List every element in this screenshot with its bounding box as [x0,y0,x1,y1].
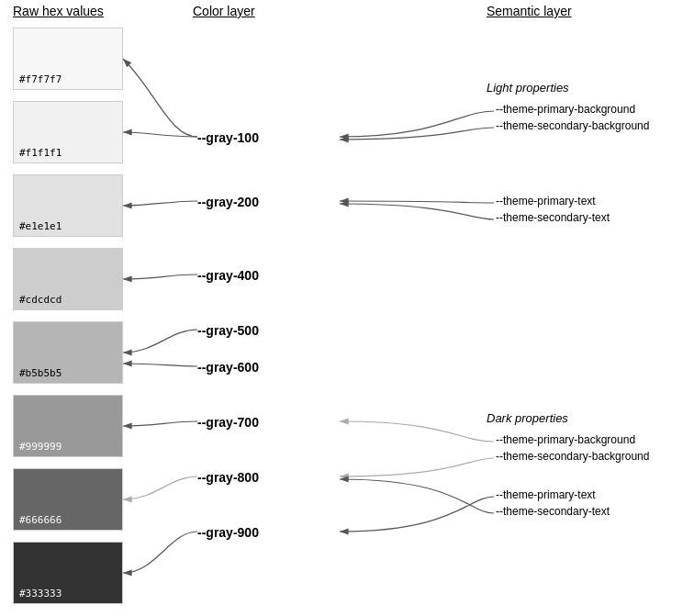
theme-primary-bg-light: --theme-primary-background [496,103,635,116]
theme-primary-text-light: --theme-primary-text [496,195,596,207]
swatch-333333: #333333 [13,542,123,604]
gray-100-label: --gray-100 [197,130,259,145]
swatch-999999: #999999 [13,395,123,457]
theme-primary-text-dark: --theme-primary-text [496,488,596,501]
gray-600-label: --gray-600 [197,360,259,375]
gray-700-label: --gray-700 [197,415,259,430]
theme-primary-bg-dark: --theme-primary-background [496,433,635,446]
theme-secondary-text-dark: --theme-secondary-text [496,505,610,518]
swatch-cdcdcd: #cdcdcd [13,248,123,310]
dark-properties-title: Dark properties [487,411,568,425]
swatch-f1f1f1: #f1f1f1 [13,101,123,163]
col-header-semantic: Semantic layer [487,4,572,18]
gray-900-label: --gray-900 [197,525,259,540]
col-header-color: Color layer [193,4,255,18]
col-header-raw: Raw hex values [13,4,104,18]
gray-800-label: --gray-800 [197,470,259,485]
theme-secondary-bg-light: --theme-secondary-background [496,119,649,132]
gray-500-label: --gray-500 [197,323,259,338]
theme-secondary-text-light: --theme-secondary-text [496,211,610,224]
theme-secondary-bg-dark: --theme-secondary-background [496,450,649,463]
gray-400-label: --gray-400 [197,268,259,283]
swatch-666666: #666666 [13,468,123,531]
light-properties-title: Light properties [487,81,569,95]
swatch-f7f7f7: #f7f7f7 [13,28,123,90]
gray-200-label: --gray-200 [197,195,259,209]
swatch-b5b5b5: #b5b5b5 [13,321,123,384]
swatch-e1e1e1: #e1e1e1 [13,174,123,237]
